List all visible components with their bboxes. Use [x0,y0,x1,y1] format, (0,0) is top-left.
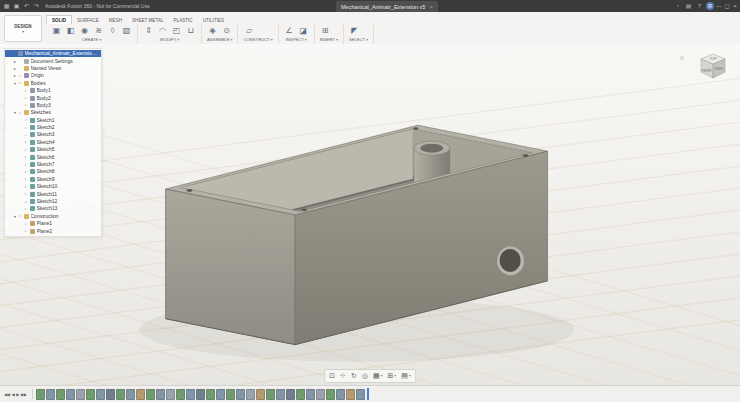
visibility-bulb-icon[interactable]: ● [25,89,29,93]
browser-row-sketch6[interactable]: ●Sketch6 [5,153,101,160]
grid-settings-icon[interactable]: ⊞▾ [387,370,396,382]
extrude-feature-icon[interactable] [216,389,225,400]
sketch-feature-icon[interactable] [266,389,275,400]
group-dropdown-modify[interactable]: MODIFY▾ [143,37,196,43]
viewport[interactable]: ▾Mechanical_Animatr_Extension v5▸Documen… [0,44,740,386]
fit-view-icon[interactable]: ⊡ [329,370,335,382]
new-component-icon[interactable]: ▣ [51,25,62,36]
sketch-feature-icon[interactable] [86,389,95,400]
visibility-bulb-icon[interactable]: ● [25,126,29,130]
browser-row-mechanical-animatr-extension-v5[interactable]: ▾Mechanical_Animatr_Extension v5 [5,50,101,57]
shell-icon[interactable]: ◰ [171,25,182,36]
visibility-bulb-icon[interactable]: ● [25,133,29,137]
notifications-icon[interactable]: ▤ [684,0,693,12]
look-at-icon[interactable]: ◎ [362,370,368,382]
extrude-icon[interactable]: ◧ [65,25,76,36]
viewcube-top-label[interactable]: TOP [710,57,718,61]
viewports-icon[interactable]: ▤▾ [401,370,411,382]
viewport-canvas[interactable] [0,44,740,386]
revolve-icon[interactable]: ◉ [79,25,90,36]
hole-feature-icon[interactable] [286,389,295,400]
timeline-step-back-button[interactable]: ◀ [11,392,14,397]
loft-icon[interactable]: ◊ [107,25,118,36]
select-cursor-icon[interactable]: ◤ [349,25,360,36]
timeline-play-button[interactable]: ▶ [16,392,19,397]
hole-feature-icon[interactable] [106,389,115,400]
browser-row-sketch1[interactable]: ●Sketch1 [5,117,101,124]
orbit-icon[interactable]: ↻ [351,370,357,382]
expand-arrow-icon[interactable]: ▾ [13,81,17,86]
ribbon-tab-sheet-metal[interactable]: SHEET METAL [127,16,168,24]
visibility-bulb-icon[interactable]: ● [19,214,23,218]
extrude-feature-icon[interactable] [336,389,345,400]
visibility-bulb-icon[interactable]: ● [25,207,29,211]
browser-row-sketch9[interactable]: ●Sketch9 [5,176,101,183]
extrude-feature-icon[interactable] [96,389,105,400]
combine-feature-icon[interactable] [346,389,355,400]
extrude-feature-icon[interactable] [236,389,245,400]
timeline-end-button[interactable]: ▶▶ [21,392,26,397]
redo-icon[interactable]: ↷ [32,0,41,12]
sketch-feature-icon[interactable] [326,389,335,400]
extrude-feature-icon[interactable] [46,389,55,400]
browser-row-body3[interactable]: ●Body3 [5,102,101,109]
browser-row-sketch8[interactable]: ●Sketch8 [5,168,101,175]
viewcube-right-label[interactable]: RIGHT [715,67,724,71]
measure-icon[interactable]: ∠ [284,25,295,36]
extrude-feature-icon[interactable] [126,389,135,400]
browser-row-sketches[interactable]: ▾●Sketches [5,109,101,116]
expand-arrow-icon[interactable]: ▾ [13,110,17,115]
minimize-button[interactable]: — [715,0,723,12]
workspace-switcher[interactable]: DESIGN ▾ [4,15,42,42]
press-pull-icon[interactable]: ⇕ [143,25,154,36]
browser-row-sketch12[interactable]: ●Sketch12 [5,198,101,205]
expand-arrow-icon[interactable]: ▾ [13,214,17,219]
browser-row-plane2[interactable]: ●Plane2 [5,227,101,234]
expand-arrow-icon[interactable]: ▸ [13,59,17,64]
hole-feature-icon[interactable] [196,389,205,400]
browser-row-sketch2[interactable]: ●Sketch2 [5,124,101,131]
browser-row-body2[interactable]: ●Body2 [5,94,101,101]
browser-row-sketch5[interactable]: ●Sketch5 [5,146,101,153]
tab-close-icon[interactable]: × [429,4,433,10]
sweep-icon[interactable]: ≋ [93,25,104,36]
extrude-feature-icon[interactable] [156,389,165,400]
ribbon-tab-mesh[interactable]: MESH [104,16,127,24]
extrude-feature-icon[interactable] [356,389,365,400]
assemble-component-icon[interactable]: ◈ [207,25,218,36]
maximize-button[interactable]: ▢ [723,0,731,12]
visibility-bulb-icon[interactable]: ● [19,74,23,78]
visibility-bulb-icon[interactable]: ● [25,185,29,189]
pan-icon[interactable]: ⊹ [340,370,346,382]
fillet-feature-icon[interactable] [76,389,85,400]
visibility-bulb-icon[interactable]: ● [25,155,29,159]
combine-feature-icon[interactable] [256,389,265,400]
group-dropdown-create[interactable]: CREATE▾ [51,37,132,43]
ribbon-tab-utilities[interactable]: UTILITIES [198,16,229,24]
timeline-begin-button[interactable]: ◀◀ [4,392,9,397]
extrude-feature-icon[interactable] [276,389,285,400]
sketch-feature-icon[interactable] [176,389,185,400]
sketch-feature-icon[interactable] [206,389,215,400]
visibility-bulb-icon[interactable]: ● [25,103,29,107]
visibility-bulb-icon[interactable]: ● [25,148,29,152]
browser-row-sketch3[interactable]: ●Sketch3 [5,131,101,138]
document-tab[interactable]: Mechanical_Animatr_Extension v5 × [336,1,438,12]
ribbon-tab-plastic[interactable]: PLASTIC [169,16,198,24]
browser-row-body1[interactable]: ●Body1 [5,87,101,94]
browser-row-sketch11[interactable]: ●Sketch11 [5,190,101,197]
browser-row-sketch4[interactable]: ●Sketch4 [5,139,101,146]
visibility-bulb-icon[interactable]: ● [19,111,23,115]
browser-row-bodies[interactable]: ▾●Bodies [5,80,101,87]
extrude-feature-icon[interactable] [186,389,195,400]
extrude-feature-icon[interactable] [66,389,75,400]
sketch-feature-icon[interactable] [116,389,125,400]
fillet-feature-icon[interactable] [246,389,255,400]
fillet-icon[interactable]: ◠ [157,25,168,36]
browser-row-sketch7[interactable]: ●Sketch7 [5,161,101,168]
expand-arrow-icon[interactable]: ▸ [13,66,17,71]
sketch-feature-icon[interactable] [226,389,235,400]
expand-arrow-icon[interactable]: ▸ [13,73,17,78]
visibility-bulb-icon[interactable]: ● [25,192,29,196]
combine-feature-icon[interactable] [136,389,145,400]
